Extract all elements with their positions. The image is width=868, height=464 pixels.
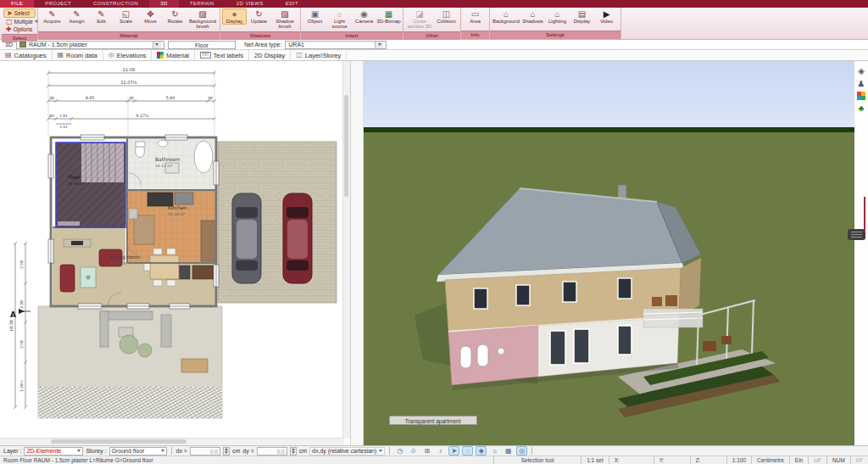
chevron-down-icon [379, 450, 382, 452]
face-icon[interactable]: ☺ [408, 446, 419, 456]
floor-plan-pane[interactable]: Floor 16.56 m² Bathroom 14.12 m² Kitchen… [0, 61, 351, 445]
display-shadows-button[interactable]: ●Display [222, 8, 247, 25]
tab-2d-views[interactable]: 2D VIEWS [225, 0, 275, 8]
chevron-down-icon [161, 450, 164, 452]
plants-icon[interactable]: ♣ [855, 102, 867, 115]
multiple-button[interactable]: ▢Multiple [3, 18, 36, 25]
area-button[interactable]: ▭Area [463, 8, 487, 25]
tab-file[interactable]: FILE [0, 0, 34, 8]
text-labels-button[interactable]: TXTText labels [195, 50, 249, 60]
room-data-button[interactable]: ▦Room data [53, 50, 103, 60]
collision-button[interactable]: ◫Collision [434, 8, 459, 25]
camera-button[interactable]: ◉Camera [352, 8, 376, 25]
section-marker: A [10, 309, 31, 319]
materials-icon[interactable] [857, 92, 865, 100]
catalogues-button[interactable]: ▤Catalogues [0, 50, 53, 60]
ribbon-group-select: ➤Select ▢Multiple ✚Options Select [2, 8, 38, 39]
car-grey[interactable] [232, 193, 261, 283]
ribbon-group-info: ▭Area Info [461, 8, 490, 39]
background-settings-button[interactable]: ⌂Background [492, 8, 520, 25]
catalogues-icon: ▤ [5, 52, 12, 59]
svg-text:16.56 m²: 16.56 m² [68, 182, 86, 186]
assign-button[interactable]: ✎Assign [64, 8, 89, 25]
furniture-icon[interactable]: ♟ [855, 77, 867, 90]
options-button[interactable]: ✚Options [3, 25, 36, 33]
background-brush-button[interactable]: ▨Background brush [187, 8, 218, 31]
tab-construction[interactable]: CONSTRUCTION [82, 0, 149, 8]
storey-dropdown[interactable]: Ground floor [109, 447, 167, 456]
plan-horizontal-scrollbar[interactable] [0, 438, 344, 445]
shadow-brush-icon: ▨ [281, 9, 288, 19]
clock-icon[interactable]: ◷ [394, 446, 405, 456]
room-name-input[interactable]: Floor [168, 41, 236, 49]
edit-button[interactable]: ✎Edit [89, 8, 114, 25]
car-red[interactable] [283, 193, 312, 283]
light-source-button[interactable]: ☼Light source [327, 8, 352, 31]
application-window: FILE PROJECT CONSTRUCTION 3D TERRAIN 2D … [0, 0, 868, 464]
dx-spinner[interactable] [223, 447, 230, 456]
panel-grip-handle[interactable] [848, 229, 865, 240]
room-data-icon: ▦ [58, 52, 64, 59]
acquire-button[interactable]: ✎Acquire [40, 8, 64, 25]
move-button[interactable]: ✥Move [138, 8, 163, 25]
room-floor-selected[interactable] [56, 143, 125, 227]
dy-input[interactable]: 0.0 [257, 447, 287, 456]
target-icon[interactable]: ◎ [516, 446, 527, 456]
pane-divider[interactable] [351, 61, 364, 445]
view-3d-pane[interactable]: Transparent apartment [364, 61, 854, 445]
elevations-button[interactable]: ◎Elevations [103, 50, 153, 60]
shadow-brush-button[interactable]: ▨Shadow brush [271, 8, 298, 31]
cross-section-3d-button[interactable]: ◪Cross section 3D [405, 8, 434, 31]
bottom-toolbar: Layer : 2D-Elemente Storey : Ground floo… [0, 445, 868, 456]
status-scale[interactable]: 1:100 [726, 456, 751, 464]
acquire-icon: ✎ [48, 9, 55, 19]
scale-button[interactable]: ◱Scale [114, 8, 138, 25]
edit-icon: ✎ [97, 9, 104, 19]
sound-icon[interactable]: ♪ [435, 446, 446, 456]
object-button[interactable]: ▣Object [303, 8, 327, 25]
window-icon[interactable]: ⊞ [421, 446, 432, 456]
2d-display-button[interactable]: 2D Display [249, 50, 291, 60]
3d-bitmap-button[interactable]: ▦3D-Bitmap [376, 8, 401, 25]
dx-label: dx = [176, 448, 187, 454]
lighting-settings-button[interactable]: ⌂Lighting [545, 8, 570, 25]
layer-dropdown[interactable]: 2D-Elemente [24, 447, 83, 456]
update-icon: ↻ [255, 9, 262, 19]
plan-vertical-scrollbar[interactable] [342, 61, 350, 439]
tab-project[interactable]: PROJECT [34, 0, 82, 8]
layer-storey-button[interactable]: ◫Layer/Storey [291, 50, 347, 60]
tab-terrain[interactable]: TERRAIN [179, 0, 225, 8]
material-view-button[interactable]: Material [152, 50, 195, 60]
floor-plan-drawing: Floor 16.56 m² Bathroom 14.12 m² Kitchen… [0, 61, 344, 439]
transparent-apartment-button[interactable]: Transparent apartment [389, 416, 477, 425]
select-icon: ➤ [7, 10, 13, 17]
net-area-dropdown[interactable]: URA1 [285, 41, 387, 49]
options-icon: ✚ [6, 26, 12, 33]
coordinate-mode-dropdown[interactable]: dx,dy (relative cartesian) [309, 447, 385, 456]
layers-toggle-icon[interactable]: ◈ [476, 446, 487, 456]
svg-text:83: 83 [49, 114, 54, 118]
text-labels-icon: TXT [200, 52, 211, 59]
pointer-icon[interactable]: ➤ [448, 446, 459, 456]
update-shadows-button[interactable]: ↻Update [247, 8, 271, 25]
status-unit[interactable]: Centimetre [751, 456, 789, 464]
video-button[interactable]: ▶Video [594, 8, 619, 25]
dy-spinner[interactable] [290, 447, 297, 456]
status-zoom[interactable]: 1:1 set [581, 456, 609, 464]
room-style-dropdown[interactable]: RAUM - 1.5cm plaster [16, 41, 164, 49]
search-icon[interactable]: ◌ [462, 446, 473, 456]
select-button[interactable]: ➤Select [3, 8, 36, 18]
tab-3d[interactable]: 3D [149, 0, 178, 8]
rotate-button[interactable]: ↻Rotate [163, 8, 187, 25]
tab-edit[interactable]: EDIT [275, 0, 309, 8]
grid-icon[interactable]: ▦ [503, 446, 514, 456]
dx-input[interactable]: 0.0 [190, 447, 220, 456]
svg-text:2.50: 2.50 [19, 340, 24, 349]
lighting-icon: ⌂ [554, 9, 559, 19]
svg-text:Kitchen: Kitchen [168, 204, 187, 210]
display-settings-button[interactable]: ▤Display [570, 8, 594, 25]
rotate-icon: ↻ [171, 9, 178, 19]
shadows-settings-button[interactable]: ⌂Shadows [520, 8, 545, 25]
sun-icon[interactable]: ☼ [489, 446, 500, 456]
layers-icon[interactable]: ◈ [855, 64, 867, 77]
